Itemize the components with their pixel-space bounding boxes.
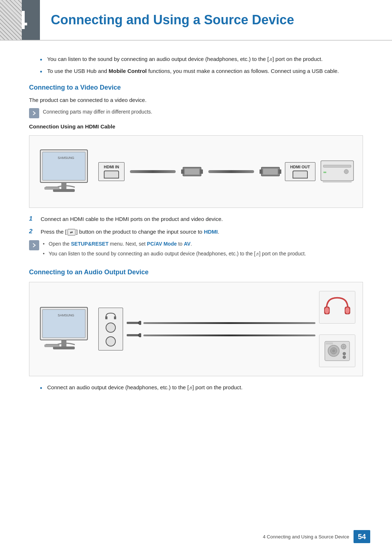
cable-line-right <box>208 170 254 173</box>
audio-plug-left-2 <box>127 332 141 338</box>
svg-rect-21 <box>31 242 37 249</box>
svg-point-32 <box>138 321 141 325</box>
source-device-right <box>319 157 355 186</box>
monitor-left: SAMSUNG <box>37 148 95 195</box>
svg-point-34 <box>138 333 141 337</box>
hdmi-cable-left <box>128 170 177 173</box>
hdmi-out-port <box>293 171 308 178</box>
svg-rect-11 <box>200 169 203 174</box>
svg-rect-9 <box>185 169 199 175</box>
hdmi-connector-right-plug <box>260 164 281 179</box>
step-1: 1 Connect an HDMI cable to the HDMI port… <box>29 215 363 223</box>
hdmi-diagram-container: SAMSUNG HDMI IN <box>29 135 363 208</box>
headphones-device <box>319 291 355 324</box>
svg-rect-47 <box>326 342 333 344</box>
audio-port-circle-2 <box>106 336 116 346</box>
cable-row-1 <box>127 320 315 326</box>
svg-rect-7 <box>46 186 58 188</box>
note-icon-2 <box>29 240 39 250</box>
note-icon-1 <box>29 108 39 118</box>
svg-point-42 <box>332 349 335 352</box>
hdmi-plug-right-svg <box>260 164 281 179</box>
svg-point-44 <box>343 345 345 348</box>
audio-port-circle-1 <box>106 323 116 333</box>
two-cables <box>127 320 315 338</box>
svg-rect-14 <box>260 169 262 174</box>
audio-bullet-1: Connect an audio output device (headphon… <box>40 383 363 392</box>
speaker-svg <box>323 339 351 363</box>
svg-point-38 <box>345 307 350 314</box>
svg-point-18 <box>344 169 348 174</box>
svg-rect-10 <box>181 169 184 174</box>
footer-page-number: 54 <box>354 530 370 543</box>
speaker-device <box>319 335 355 367</box>
source-button-icon: ⇄ <box>68 229 75 235</box>
note-text-2: Open the SETUP&RESET menu. Next, set PC/… <box>43 240 306 260</box>
sub-heading-hdmi: Connection Using an HDMI Cable <box>29 123 363 130</box>
step-1-text: Connect an HDMI cable to the HDMI ports … <box>41 215 223 223</box>
note-box-2: Open the SETUP&RESET menu. Next, set PC/… <box>29 240 363 260</box>
audio-bullet-text: Connect an audio output device (headphon… <box>47 384 242 390</box>
intro-bullet-1: You can listen to the sound by connectin… <box>40 55 363 63</box>
cable-row-2 <box>127 332 315 338</box>
svg-rect-33 <box>127 334 140 336</box>
note-text-1: Connecting parts may differ in different… <box>43 108 152 116</box>
source-device-svg <box>319 157 355 186</box>
note-box-1: Connecting parts may differ in different… <box>29 108 363 118</box>
svg-rect-19 <box>323 172 326 173</box>
audio-ports-box <box>98 308 123 350</box>
svg-text:SAMSUNG: SAMSUNG <box>58 156 74 160</box>
step-1-num: 1 <box>29 215 37 222</box>
audio-port-top <box>105 312 117 333</box>
audio-output-devices <box>319 291 355 367</box>
svg-rect-28 <box>46 344 58 345</box>
svg-point-46 <box>343 356 346 358</box>
intro-bullet-list: You can listen to the sound by connectin… <box>29 55 363 75</box>
headphone-port-symbol <box>105 312 117 320</box>
audio-diagram: SAMSUNG <box>37 291 355 367</box>
svg-rect-31 <box>127 322 140 324</box>
note-bullet-2-2: You can listen to the sound by connectin… <box>43 250 306 258</box>
svg-rect-20 <box>323 181 352 182</box>
video-section-intro: The product can be connected to a video … <box>29 96 363 104</box>
svg-rect-15 <box>278 169 281 174</box>
svg-rect-17 <box>323 165 351 167</box>
step-2: 2 Press the [⇄] button on the product to… <box>29 228 363 236</box>
svg-text:SAMSUNG: SAMSUNG <box>58 313 74 317</box>
svg-rect-30 <box>114 316 116 319</box>
intro-bullet-2: To use the USB Hub and Mobile Control fu… <box>40 67 363 75</box>
hdmi-in-label: HDMI IN <box>104 165 119 169</box>
cable-thin-1 <box>143 322 315 324</box>
step-2-text: Press the [⇄] button on the product to c… <box>41 228 219 236</box>
audio-monitor-left: SAMSUNG <box>37 305 95 353</box>
header-pattern <box>0 0 22 40</box>
headphones-svg <box>323 295 351 320</box>
step-2-num: 2 <box>29 228 37 235</box>
hdmi-diagram: SAMSUNG HDMI IN <box>37 148 355 195</box>
hdmi-out-connector: HDMI OUT <box>285 162 315 181</box>
hdmi-in-connector: HDMI IN <box>98 162 124 181</box>
hdmi-out-label: HDMI OUT <box>290 165 310 169</box>
svg-point-45 <box>343 352 346 355</box>
monitor-svg: SAMSUNG <box>37 148 95 195</box>
audio-port-bottom <box>106 336 116 346</box>
audio-diagram-container: SAMSUNG <box>29 282 363 376</box>
audio-section-heading: Connecting to an Audio Output Device <box>29 268 363 276</box>
cable-thin-2 <box>143 335 315 336</box>
bullet1-text: You can listen to the sound by connectin… <box>47 56 323 62</box>
footer-text: 4 Connecting and Using a Source Device <box>263 534 349 539</box>
chapter-title: Connecting and Using a Source Device <box>40 0 305 40</box>
audio-bullet-list: Connect an audio output device (headphon… <box>29 383 363 392</box>
main-content: You can listen to the sound by connectin… <box>0 55 392 421</box>
note-bullet-list-2: Open the SETUP&RESET menu. Next, set PC/… <box>43 240 306 258</box>
svg-rect-13 <box>263 169 278 175</box>
hdmi-in-port <box>104 171 119 178</box>
video-section-heading: Connecting to a Video Device <box>29 84 363 91</box>
hdmi-cable-right <box>207 170 256 173</box>
audio-plug-left-1 <box>127 320 141 326</box>
hdmi-connector-mid <box>181 164 203 179</box>
page-footer: 4 Connecting and Using a Source Device 5… <box>263 530 370 543</box>
svg-point-37 <box>325 307 329 314</box>
svg-rect-0 <box>31 110 37 116</box>
svg-rect-16 <box>321 161 354 181</box>
